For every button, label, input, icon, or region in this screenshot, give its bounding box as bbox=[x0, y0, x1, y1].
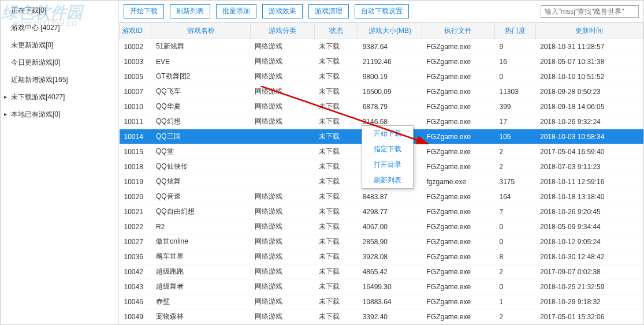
table-row[interactable]: 10020QQ音速网络游戏未下载8483.87FGZgame.exe164201… bbox=[120, 189, 643, 204]
sidebar-item-5[interactable]: 未下载游戏[4027] bbox=[1, 88, 118, 106]
cell-status: 未下载 bbox=[314, 174, 358, 189]
table-row[interactable]: 10027傲世online网络游戏未下载2858.90FGZgame.exe02… bbox=[120, 234, 643, 249]
ctx-assign-download[interactable]: 指定下载 bbox=[362, 141, 413, 157]
cell-hot: 11303 bbox=[494, 84, 535, 99]
header-size[interactable]: 游戏大小(MB) bbox=[358, 23, 422, 39]
cell-id: 10043 bbox=[120, 279, 151, 294]
cell-size: 10883.64 bbox=[358, 294, 422, 309]
cell-exe: FGZgame.exe bbox=[422, 84, 495, 99]
cell-id: 10018 bbox=[120, 159, 151, 174]
start-download-button[interactable]: 开始下载 bbox=[124, 4, 164, 18]
cell-size: 16499.30 bbox=[358, 279, 422, 294]
table-row[interactable]: 10046赤壁网络游戏未下载10883.64FGZgame.exe12018-1… bbox=[120, 294, 643, 309]
header-id[interactable]: 游戏ID bbox=[120, 23, 151, 39]
cell-name: GT劲舞团2 bbox=[151, 69, 250, 84]
cell-status: 未下载 bbox=[314, 129, 358, 144]
cell-hot: 399 bbox=[494, 99, 535, 114]
cell-exe: FGZgame.exe bbox=[422, 189, 495, 204]
cell-exe: FGZgame.exe bbox=[422, 99, 495, 114]
cell-name: QQ幻想 bbox=[151, 114, 250, 129]
cell-status: 未下载 bbox=[314, 114, 358, 129]
cell-cat: 网络游戏 bbox=[250, 39, 314, 54]
cell-size: 12867.14 bbox=[358, 324, 422, 325]
sidebar-item-3[interactable]: 今日更新游戏[0] bbox=[1, 54, 118, 71]
sidebar: 绿色软件园 www.pc0359.cn 正在下载[0]游戏中心 [4027]未更… bbox=[1, 1, 119, 324]
refresh-list-button[interactable]: 刷新列表 bbox=[170, 4, 210, 18]
cell-status: 未下载 bbox=[314, 234, 358, 249]
cell-id: 10022 bbox=[120, 219, 151, 234]
cell-cat: 网络游戏 bbox=[250, 69, 314, 84]
sidebar-item-6[interactable]: 本地已有游戏[0] bbox=[1, 106, 118, 123]
cell-name: QQ自由幻想 bbox=[151, 204, 250, 219]
cell-time: 2018-10-26 9:20:45 bbox=[535, 204, 643, 219]
cell-time: 2018-10-26 9:32:24 bbox=[535, 114, 643, 129]
auto-download-button[interactable]: 自动下载设置 bbox=[355, 4, 409, 18]
header-name[interactable]: 游戏名称 bbox=[151, 23, 250, 39]
table-row[interactable]: 10022R2网络游戏未下载4067.00FGZgame.exe02018-05… bbox=[120, 219, 643, 234]
table-row[interactable]: 10021QQ自由幻想网络游戏未下载4298.77FGZgame.exe7201… bbox=[120, 204, 643, 219]
cell-id: 10005 bbox=[120, 69, 151, 84]
ctx-refresh-list[interactable]: 刷新列表 bbox=[362, 173, 413, 188]
table-row[interactable]: 10043超级舞者网络游戏未下载16499.30FGZgame.exe02018… bbox=[120, 279, 643, 294]
cell-cat bbox=[250, 129, 314, 144]
cell-time: 2018-05-07 10:31:38 bbox=[535, 54, 643, 69]
cell-name: EVE bbox=[151, 54, 250, 69]
cell-name: QQ音速 bbox=[151, 189, 250, 204]
sidebar-item-4[interactable]: 近期新增游戏[165] bbox=[1, 71, 118, 88]
cell-time: 2018-10-10 10:51:52 bbox=[535, 69, 643, 84]
cell-size: 21192.46 bbox=[358, 54, 422, 69]
table-row[interactable]: 10042超级跑跑网络游戏未下载4865.42FGZgame.exe22017-… bbox=[120, 264, 643, 279]
table-row[interactable]: 10010QQ华夏网络游戏未下载6878.79FGZgame.exe399201… bbox=[120, 99, 643, 114]
cell-cat: 网络游戏 bbox=[250, 249, 314, 264]
batch-add-button[interactable]: 批量添加 bbox=[216, 4, 256, 18]
cell-cat bbox=[250, 174, 314, 189]
cell-time: 2018-09-28 0:50:23 bbox=[535, 84, 643, 99]
sidebar-item-0[interactable]: 正在下载[0] bbox=[1, 2, 118, 19]
header-status[interactable]: 状态 bbox=[314, 23, 358, 39]
cell-size: 4067.00 bbox=[358, 219, 422, 234]
game-effect-button[interactable]: 游戏效果 bbox=[262, 4, 303, 18]
table-row[interactable]: 1000251新炫舞网络游戏未下载9387.64FGZgame.exe92018… bbox=[120, 39, 643, 54]
cell-name: 51新炫舞 bbox=[151, 39, 250, 54]
cell-id: 10021 bbox=[120, 204, 151, 219]
cell-exe: FGZgame.exe bbox=[422, 204, 495, 219]
cell-time: 2018-10-11 12:59:16 bbox=[535, 174, 643, 189]
cell-exe: FGZgame.exe bbox=[422, 324, 495, 325]
cell-status: 未下载 bbox=[314, 159, 358, 174]
cell-size: 6878.79 bbox=[358, 99, 422, 114]
ctx-start-download[interactable]: 开始下载 bbox=[362, 126, 413, 141]
cell-hot: 2 bbox=[494, 264, 535, 279]
cell-hot: 2 bbox=[494, 159, 535, 174]
game-clean-button[interactable]: 游戏清理 bbox=[308, 4, 349, 18]
header-exe[interactable]: 执行文件 bbox=[422, 23, 495, 39]
ctx-open-folder[interactable]: 打开目录 bbox=[362, 157, 413, 173]
cell-cat: 网络游戏 bbox=[250, 54, 314, 69]
cell-name: QQ飞车 bbox=[151, 84, 250, 99]
table-row[interactable]: 10052穿越火线网络游戏未下载12867.14FGZgame.exe43395… bbox=[120, 324, 643, 325]
cell-size: 3928.08 bbox=[358, 249, 422, 264]
table-row[interactable]: 10003EVE网络游戏未下载21192.46FGZgame.exe162018… bbox=[120, 54, 643, 69]
table-row[interactable]: 10005GT劲舞团2网络游戏未下载9800.19FGZgame.exe0201… bbox=[120, 69, 643, 84]
header-time[interactable]: 更新时间 bbox=[535, 23, 643, 39]
table-row[interactable]: 10036飚车世界网络游戏未下载3928.08FGZgame.exe82018-… bbox=[120, 249, 643, 264]
header-category[interactable]: 游戏分类 bbox=[250, 23, 314, 39]
cell-cat: 网络游戏 bbox=[250, 114, 314, 129]
cell-size: 8483.87 bbox=[358, 189, 422, 204]
cell-cat: 网络游戏 bbox=[250, 219, 314, 234]
cell-id: 10036 bbox=[120, 249, 151, 264]
cell-size: 2858.90 bbox=[358, 234, 422, 249]
cell-id: 10046 bbox=[120, 294, 151, 309]
cell-status: 未下载 bbox=[314, 189, 358, 204]
search-input[interactable] bbox=[541, 5, 639, 18]
cell-hot: 17 bbox=[494, 114, 535, 129]
header-hot[interactable]: 热门度 bbox=[494, 23, 535, 39]
table-row[interactable]: 10007QQ飞车网络游戏未下载16500.09FGZgame.exe11303… bbox=[120, 84, 643, 99]
cell-id: 10042 bbox=[120, 264, 151, 279]
cell-status: 未下载 bbox=[314, 204, 358, 219]
cell-size: 16500.09 bbox=[358, 84, 422, 99]
sidebar-item-2[interactable]: 未更新游戏[0] bbox=[1, 36, 118, 54]
table-row[interactable]: 10049宠物森林网络游戏未下载3392.40FGZgame.exe22017-… bbox=[120, 309, 643, 324]
cell-status: 未下载 bbox=[314, 279, 358, 294]
cell-time: 2018-10-18 13:18:40 bbox=[535, 189, 643, 204]
sidebar-item-1[interactable]: 游戏中心 [4027] bbox=[1, 19, 118, 36]
